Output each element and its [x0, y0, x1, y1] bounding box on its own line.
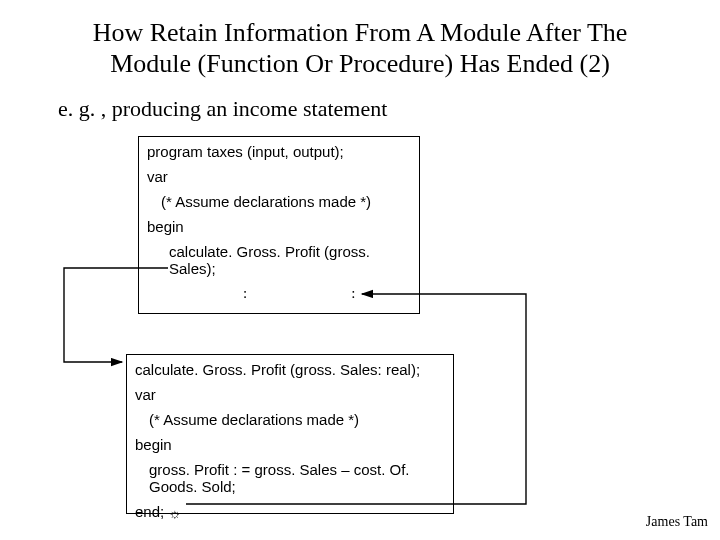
colon-icon: :	[351, 285, 355, 302]
title-line-2: Module (Function Or Procedure) Has Ended…	[110, 49, 610, 78]
example-subtitle: e. g. , producing an income statement	[58, 96, 387, 122]
procedure-box: calculate. Gross. Profit (gross. Sales: …	[126, 354, 454, 514]
author-footer: James Tam	[646, 514, 708, 530]
code-line: var	[135, 386, 445, 403]
code-line: begin	[147, 218, 411, 235]
colon-icon: :	[243, 285, 247, 302]
code-line-end: end; ☼	[135, 503, 445, 521]
slide-title: How Retain Information From A Module Aft…	[0, 18, 720, 79]
end-text: end;	[135, 503, 168, 520]
ellipsis-colons: : :	[147, 285, 411, 302]
code-line: gross. Profit : = gross. Sales – cost. O…	[135, 461, 445, 495]
title-line-1: How Retain Information From A Module Aft…	[93, 18, 628, 47]
slide: How Retain Information From A Module Aft…	[0, 0, 720, 540]
code-line: begin	[135, 436, 445, 453]
code-line: (* Assume declarations made *)	[147, 193, 411, 210]
code-line: var	[147, 168, 411, 185]
code-line-call: calculate. Gross. Profit (gross. Sales);	[147, 243, 411, 277]
sun-icon: ☼	[168, 505, 181, 521]
code-line: (* Assume declarations made *)	[135, 411, 445, 428]
code-line: program taxes (input, output);	[147, 143, 411, 160]
main-program-box: program taxes (input, output); var (* As…	[138, 136, 420, 314]
code-line: calculate. Gross. Profit (gross. Sales: …	[135, 361, 445, 378]
